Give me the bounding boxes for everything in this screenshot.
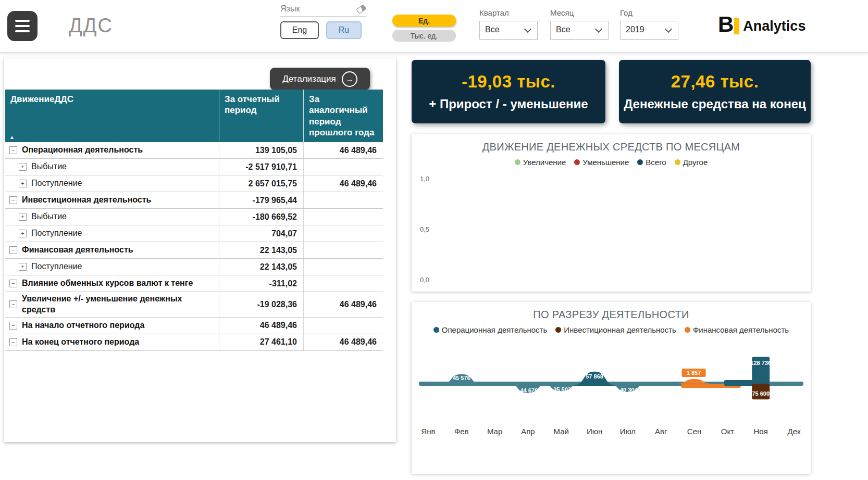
row-label-cell: +Поступление <box>5 175 219 192</box>
language-option-ru[interactable]: Ru <box>326 21 362 39</box>
bi-analytics-logo: B Analytics <box>718 14 805 35</box>
row-label-cell: −Влияние обменных курсов валют к тенге <box>5 275 219 292</box>
table-row[interactable]: −Операционная деятельность139 105,0546 4… <box>5 142 383 159</box>
legend-dot <box>555 327 561 333</box>
column-header-current-period[interactable]: За отчетный период <box>219 90 303 142</box>
x-axis-month-label: Янв <box>412 427 445 436</box>
detail-button[interactable]: Детализация → <box>270 68 370 90</box>
svg-text:45 576: 45 576 <box>453 375 470 381</box>
legend-item[interactable]: Финансовая деятельность <box>685 325 789 334</box>
row-prior-value: 46 489,46 <box>303 334 383 350</box>
column-header-prior-period[interactable]: За аналогичный период прошлого года <box>303 90 383 142</box>
table-row[interactable]: −Инвестиционная деятельность-179 965,44 <box>5 192 383 209</box>
legend-item[interactable]: Инвестиционная деятельность <box>555 325 676 334</box>
units-option-ed[interactable]: Ед. <box>392 15 456 27</box>
legend-item[interactable]: Всего <box>637 158 666 167</box>
row-label: Увеличение +/- уменьшение денежных средс… <box>22 292 194 317</box>
table-row[interactable]: +Выбытие-180 669,52 <box>5 209 383 225</box>
table-row[interactable]: −Увеличение +/- уменьшение денежных сред… <box>5 292 383 318</box>
row-current-value: 139 105,05 <box>219 142 303 158</box>
row-current-value: -179 965,44 <box>219 192 303 208</box>
year-filter-value: 2019 <box>626 25 644 34</box>
legend-item[interactable]: Уменьшение <box>574 158 629 167</box>
x-axis-month-label: Апр <box>511 427 544 436</box>
legend-label: Инвестиционная деятельность <box>564 325 676 334</box>
svg-text:1 857: 1 857 <box>687 370 701 376</box>
collapse-icon[interactable]: − <box>9 300 17 308</box>
month-filter-value: Все <box>556 25 571 34</box>
language-option-eng[interactable]: Eng <box>280 21 319 39</box>
row-prior-value <box>303 159 383 175</box>
column-header-movement[interactable]: ДвижениеДДС <box>5 90 219 142</box>
collapse-icon[interactable]: − <box>9 280 17 287</box>
logo-letter-b: B <box>718 14 734 35</box>
svg-text:-35 503: -35 503 <box>552 386 571 393</box>
row-current-value: 704,07 <box>219 225 303 242</box>
monthly-chart-panel: ДВИЖЕНИЕ ДЕНЕЖНЫХ СРЕДСТВ ПО МЕСЯЦАМ Уве… <box>412 134 811 292</box>
row-label: Выбытие <box>31 160 67 174</box>
table-row[interactable]: +Поступление2 657 015,7546 489,46 <box>5 175 383 192</box>
kpi-change-value: -19,03 тыс. <box>462 72 555 92</box>
table-row[interactable]: +Поступление22 143,05 <box>5 259 383 275</box>
table-row[interactable]: −Влияние обменных курсов валют к тенге-3… <box>5 275 383 292</box>
svg-text:128 736: 128 736 <box>750 360 771 366</box>
row-prior-value <box>303 318 383 334</box>
collapse-icon[interactable]: − <box>9 196 17 204</box>
legend-item[interactable]: Операционная деятельность <box>433 325 547 334</box>
row-current-value: -180 669,52 <box>219 209 303 225</box>
sort-indicator-icon[interactable]: ▲ <box>9 134 15 140</box>
x-axis-month-label: Фев <box>445 427 478 436</box>
collapse-icon[interactable]: − <box>9 322 17 330</box>
kpi-end-balance-label: Денежные средства на конец <box>624 97 806 111</box>
expand-icon[interactable]: + <box>19 180 27 187</box>
row-current-value: 46 489,46 <box>219 318 303 334</box>
y-axis-tick: 0,5 <box>420 225 429 233</box>
legend-label: Финансовая деятельность <box>693 325 789 334</box>
expand-icon[interactable]: + <box>19 213 27 221</box>
legend-item[interactable]: Другое <box>675 158 708 167</box>
menu-button[interactable] <box>7 11 38 41</box>
row-label: Инвестиционная деятельность <box>22 193 151 207</box>
collapse-icon[interactable]: − <box>9 338 17 346</box>
row-label: Операционная деятельность <box>22 143 143 157</box>
table-row[interactable]: +Поступление704,07 <box>5 225 383 242</box>
row-current-value: -2 517 910,71 <box>219 159 303 175</box>
collapse-icon[interactable]: − <box>9 146 17 154</box>
row-label-cell: −На конец отчетного периода <box>5 334 219 350</box>
row-prior-value <box>303 209 383 225</box>
units-option-tys[interactable]: Тыс. ед. <box>392 30 456 42</box>
year-filter: Год 2019 <box>620 8 678 40</box>
row-current-value: -311,02 <box>219 275 303 292</box>
row-label-cell: +Выбытие <box>5 209 219 225</box>
legend-label: Операционная деятельность <box>442 325 547 334</box>
year-filter-dropdown[interactable]: 2019 <box>620 21 678 40</box>
svg-text:-44 678: -44 678 <box>518 387 538 394</box>
table-row[interactable]: +Выбытие-2 517 910,71 <box>5 159 383 175</box>
table-row[interactable]: −На начало отчетного периода46 489,46 <box>5 318 383 334</box>
x-axis-month-label: Сен <box>678 427 711 436</box>
month-filter-dropdown[interactable]: Все <box>550 21 609 40</box>
row-label: Выбытие <box>31 210 67 224</box>
x-axis-month-label: Ноя <box>744 427 777 436</box>
collapse-icon[interactable]: − <box>9 246 17 254</box>
activity-chart-title: ПО РАЗРЕЗУ ДЕЯТЕЛЬНОСТИ <box>412 309 811 321</box>
arrow-right-icon: → <box>342 71 357 87</box>
table-body: −Операционная деятельность139 105,0546 4… <box>5 142 383 351</box>
monthly-chart-title: ДВИЖЕНИЕ ДЕНЕЖНЫХ СРЕДСТВ ПО МЕСЯЦАМ <box>412 141 811 153</box>
clear-selections-icon[interactable] <box>356 4 366 14</box>
table-row[interactable]: −На конец отчетного периода27 461,1046 4… <box>5 334 383 351</box>
expand-icon[interactable]: + <box>19 230 27 237</box>
x-axis-month-label: Июл <box>611 427 644 436</box>
expand-icon[interactable]: + <box>19 163 27 171</box>
row-label: На начало отчетного периода <box>22 319 144 333</box>
row-label-cell: −На начало отчетного периода <box>5 318 219 334</box>
row-label-cell: −Увеличение +/- уменьшение денежных сред… <box>5 292 219 317</box>
legend-item[interactable]: Увеличение <box>515 158 566 167</box>
quarter-filter-dropdown[interactable]: Все <box>479 21 538 40</box>
year-filter-label: Год <box>620 8 678 17</box>
row-current-value: 2 657 015,75 <box>219 175 303 192</box>
chevron-down-icon <box>665 26 672 33</box>
language-label: Язык <box>280 4 300 14</box>
expand-icon[interactable]: + <box>19 263 27 271</box>
table-row[interactable]: −Финансовая деятельность22 143,05 <box>5 242 383 259</box>
